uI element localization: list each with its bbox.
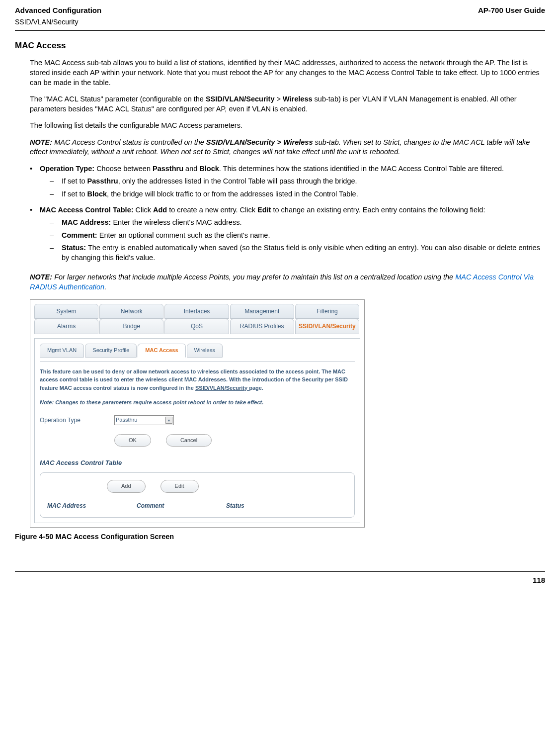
sub2-a: If set to xyxy=(62,190,87,198)
note-2: NOTE: For larger networks that include m… xyxy=(30,273,545,292)
desc-a: This feature can be used to deny or allo… xyxy=(40,368,348,391)
bul1-d: . This determines how the stations ident… xyxy=(219,165,504,173)
tab-system[interactable]: System xyxy=(34,304,98,319)
operation-type-label: Operation Type xyxy=(40,416,114,425)
note1-b: SSID/VLAN/Security > Wireless xyxy=(206,138,313,146)
sub-comment-a: Enter an optional comment such as the cl… xyxy=(97,231,270,239)
p2-text-a: The "MAC ACL Status" parameter (configur… xyxy=(30,95,206,103)
tab-alarms[interactable]: Alarms xyxy=(34,319,98,334)
tab-ssid-vlan-security[interactable]: SSID/VLAN/Security xyxy=(295,319,359,334)
subtab-mac-access[interactable]: MAC Access xyxy=(138,344,185,357)
note-1: NOTE: MAC Access Control status is contr… xyxy=(30,138,545,157)
bul2-label: MAC Access Control Table: xyxy=(40,206,134,214)
bul1-a: Choose between xyxy=(94,165,153,173)
bul2-add: Add xyxy=(153,206,167,214)
th-mac-address: MAC Address xyxy=(47,502,137,510)
bullet-mark: • xyxy=(30,164,40,202)
inner-panel: Mgmt VLAN Security Profile MAC Access Wi… xyxy=(34,338,360,523)
sub-comment-label: Comment: xyxy=(62,231,97,239)
paragraph-2: The "MAC ACL Status" parameter (configur… xyxy=(30,94,545,114)
panel-note: Note: Changes to these parameters requir… xyxy=(40,399,355,406)
table-headers: MAC Address Comment Status xyxy=(47,502,347,510)
note2-label: NOTE: xyxy=(30,273,52,281)
tab-interfaces[interactable]: Interfaces xyxy=(164,304,229,319)
sub-bullet-status: – Status: The entry is enabled automatic… xyxy=(50,243,545,263)
desc-link[interactable]: SSID/VLAN/Security xyxy=(195,385,249,391)
bullet-1: • Operation Type: Choose between Passthr… xyxy=(30,164,545,202)
sub-status-label: Status: xyxy=(62,244,86,252)
paragraph-3: The following list details the configura… xyxy=(30,121,545,131)
tab-bridge[interactable]: Bridge xyxy=(99,319,163,334)
subtab-mgmt-vlan[interactable]: Mgmt VLAN xyxy=(40,344,84,357)
sub1-c: , only the addresses listed in the Contr… xyxy=(118,177,357,185)
note2-b: . xyxy=(104,283,106,291)
dash-mark: – xyxy=(50,231,62,241)
top-rule xyxy=(15,30,545,31)
bul1-and: and xyxy=(183,165,199,173)
bullet-2: • MAC Access Control Table: Click Add to… xyxy=(30,205,545,266)
sub-status-a: The entry is enabled automatically when … xyxy=(62,244,540,262)
add-button[interactable]: Add xyxy=(107,480,146,492)
ok-button[interactable]: OK xyxy=(114,434,151,447)
sub1-a: If set to xyxy=(62,177,87,185)
section-title: MAC Access xyxy=(15,40,545,52)
operation-type-row: Operation Type Passthru ▾ xyxy=(40,415,355,425)
bul2-a: Click xyxy=(134,206,153,214)
bul2-b: to create a new entry. Click xyxy=(167,206,257,214)
config-screenshot: System Network Interfaces Management Fil… xyxy=(30,299,365,528)
page-header: Advanced Configuration AP-700 User Guide xyxy=(15,5,545,15)
operation-type-select[interactable]: Passthru ▾ xyxy=(114,415,174,425)
panel-description: This feature can be used to deny or allo… xyxy=(40,367,355,392)
bul1-label: Operation Type: xyxy=(40,165,94,173)
note1-a: MAC Access Control status is controlled … xyxy=(52,138,206,146)
sub-mac-label: MAC Address: xyxy=(62,218,111,226)
dash-mark: – xyxy=(50,189,62,199)
sub-bullet-2: – If set to Block, the bridge will block… xyxy=(50,189,545,199)
bul1-c: Block xyxy=(199,165,219,173)
sub-bullet-mac: – MAC Address: Enter the wireless client… xyxy=(50,218,545,228)
bullet-list: • Operation Type: Choose between Passthr… xyxy=(30,164,545,266)
desc-b: page. xyxy=(249,385,263,391)
ok-cancel-row: OK Cancel xyxy=(114,434,355,447)
note1-label: NOTE: xyxy=(30,138,52,146)
th-status: Status xyxy=(226,502,286,510)
sub2-b: Block xyxy=(87,190,107,198)
sub2-c: , the bridge will block traffic to or fr… xyxy=(107,190,358,198)
header-right-title: AP-700 User Guide xyxy=(478,5,545,15)
p2-gt: > xyxy=(275,95,283,103)
th-comment: Comment xyxy=(137,502,226,510)
top-tab-row-1: System Network Interfaces Management Fil… xyxy=(34,304,360,319)
header-subtitle: SSID/VLAN/Security xyxy=(15,17,545,27)
cancel-button[interactable]: Cancel xyxy=(166,434,212,447)
table-title: MAC Access Control Table xyxy=(40,458,355,467)
dash-mark: – xyxy=(50,177,62,186)
table-frame: Add Edit MAC Address Comment Status xyxy=(40,472,355,517)
bul2-c: to change an existing entry. Each entry … xyxy=(271,206,485,214)
sub-bullet-1: – If set to Passthru, only the addresses… xyxy=(50,177,545,186)
operation-type-value: Passthru xyxy=(116,416,137,424)
figure-caption: Figure 4-50 MAC Access Configuration Scr… xyxy=(15,532,545,542)
note2-a: For larger networks that include multipl… xyxy=(52,273,455,281)
dash-mark: – xyxy=(50,218,62,228)
table-button-row: Add Edit xyxy=(107,480,347,492)
paragraph-1: The MAC Access sub-tab allows you to bui… xyxy=(30,58,545,88)
bul2-edit: Edit xyxy=(257,206,271,214)
sub-bullet-comment: – Comment: Enter an optional comment suc… xyxy=(50,231,545,241)
bottom-rule xyxy=(15,571,545,572)
subtab-row: Mgmt VLAN Security Profile MAC Access Wi… xyxy=(40,344,355,357)
tab-filtering[interactable]: Filtering xyxy=(295,304,359,319)
subtab-wireless[interactable]: Wireless xyxy=(187,344,223,357)
bul1-b: Passthru xyxy=(153,165,183,173)
bullet-mark: • xyxy=(30,205,40,266)
tab-radius-profiles[interactable]: RADIUS Profiles xyxy=(230,319,294,334)
sub1-b: Passthru xyxy=(87,177,118,185)
tab-network[interactable]: Network xyxy=(99,304,163,319)
tab-management[interactable]: Management xyxy=(230,304,294,319)
sub-mac-a: Enter the wireless client's MAC address. xyxy=(111,218,241,226)
tab-qos[interactable]: QoS xyxy=(164,319,229,334)
dash-mark: – xyxy=(50,243,62,263)
edit-button[interactable]: Edit xyxy=(160,480,199,492)
chevron-down-icon[interactable]: ▾ xyxy=(165,417,172,424)
subtab-security-profile[interactable]: Security Profile xyxy=(85,344,137,357)
subtab-rule xyxy=(40,361,355,362)
